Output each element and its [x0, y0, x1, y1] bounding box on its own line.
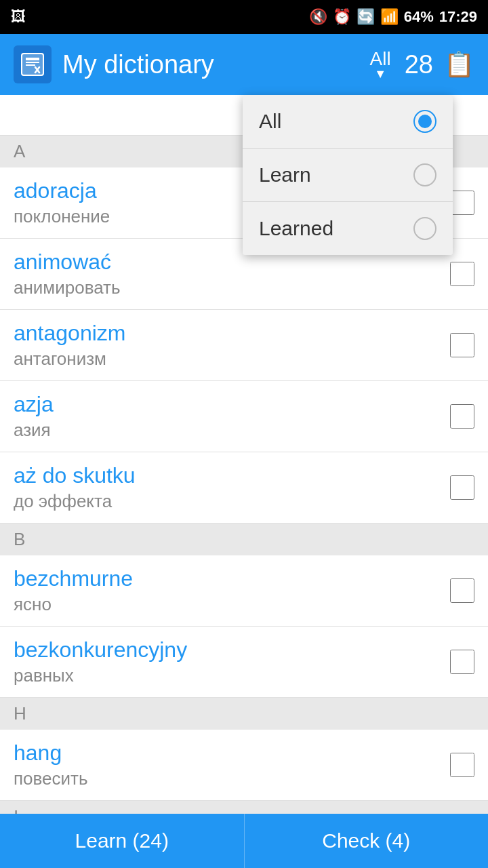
checkbox-animowac[interactable] — [450, 262, 474, 286]
word-block: bezchmurne ясно — [14, 566, 450, 615]
word-az-do-skutku[interactable]: aż do skutku — [14, 463, 450, 488]
filter-option-all[interactable]: All — [243, 95, 453, 149]
checkbox-bezchmurne[interactable] — [450, 578, 474, 603]
status-left: 🖼 — [11, 8, 26, 26]
battery-text: 64% — [404, 8, 434, 26]
list-item: bezkonkurencyjny равных — [0, 627, 488, 698]
translation-az-do-skutku: до эффекта — [14, 491, 450, 512]
list-item: antagonizm антагонизм — [0, 310, 488, 381]
word-bezkonkurencyjny[interactable]: bezkonkurencyjny — [14, 637, 450, 663]
checkbox-hang[interactable] — [450, 753, 474, 777]
checkbox-adoracja[interactable] — [450, 191, 474, 215]
word-antagonizm[interactable]: antagonizm — [14, 321, 450, 346]
mute-icon: 🔇 — [309, 8, 327, 26]
filter-option-learned[interactable]: Learned — [243, 202, 453, 255]
filter-dropdown: All Learn Learned — [243, 95, 453, 255]
word-block: hang повесить — [14, 741, 450, 789]
section-header-b: B — [0, 524, 488, 555]
translation-animowac: анимировать — [14, 277, 450, 298]
checkbox-bezkonkurencyjny[interactable] — [450, 650, 474, 674]
checkbox-antagonizm[interactable] — [450, 333, 474, 357]
word-block: animować анимировать — [14, 250, 450, 298]
list-item: azja азия — [0, 381, 488, 452]
check-button[interactable]: Check (4) — [245, 814, 489, 868]
filter-all-radio[interactable] — [413, 110, 436, 133]
word-azja[interactable]: azja — [14, 392, 450, 417]
time-display: 17:29 — [439, 8, 477, 26]
filter-learned-label: Learned — [259, 217, 413, 240]
header-title: My dictionary — [62, 50, 370, 79]
checkbox-azja[interactable] — [450, 404, 474, 429]
filter-all-label: All — [259, 110, 413, 133]
alarm-icon: ⏰ — [333, 8, 351, 26]
clipboard-icon[interactable]: 📋 — [444, 50, 474, 79]
screenshot-icon: 🖼 — [11, 8, 26, 26]
translation-bezchmurne: ясно — [14, 594, 450, 615]
checkbox-az-do-skutku[interactable] — [450, 475, 474, 500]
translation-bezkonkurencyjny: равных — [14, 665, 450, 686]
translation-azja: азия — [14, 420, 450, 441]
list-item: hang повесить — [0, 730, 488, 801]
translation-antagonizm: антагонизм — [14, 349, 450, 370]
header: My dictionary All ▼ 28 📋 — [0, 34, 488, 95]
filter-learned-radio[interactable] — [413, 217, 436, 240]
filter-button[interactable]: All ▼ — [370, 48, 391, 81]
word-block: azja азия — [14, 392, 450, 441]
learn-button[interactable]: Learn (24) — [0, 814, 245, 868]
list-item: bezchmurne ясно — [0, 555, 488, 627]
signal-icon: 📶 — [380, 8, 399, 26]
filter-learn-label: Learn — [259, 163, 413, 186]
radio-inner-all — [418, 115, 432, 128]
word-block: aż do skutku до эффекта — [14, 463, 450, 512]
status-right: 🔇 ⏰ 🔄 📶 64% 17:29 — [309, 8, 477, 26]
app-icon — [14, 45, 52, 83]
word-block: antagonizm антагонизм — [14, 321, 450, 370]
filter-arrow-icon: ▼ — [374, 67, 386, 81]
status-bar: 🖼 🔇 ⏰ 🔄 📶 64% 17:29 — [0, 0, 488, 34]
sync-icon: 🔄 — [357, 8, 375, 26]
filter-learn-radio[interactable] — [413, 163, 436, 186]
word-hang[interactable]: hang — [14, 741, 450, 766]
header-count: 28 — [405, 50, 433, 79]
list-item: aż do skutku до эффекта — [0, 452, 488, 524]
bottom-bar: Learn (24) Check (4) — [0, 814, 488, 868]
section-header-h: H — [0, 698, 488, 730]
word-bezchmurne[interactable]: bezchmurne — [14, 566, 450, 591]
word-block: bezkonkurencyjny равных — [14, 637, 450, 686]
translation-hang: повесить — [14, 768, 450, 789]
filter-option-learn[interactable]: Learn — [243, 149, 453, 202]
